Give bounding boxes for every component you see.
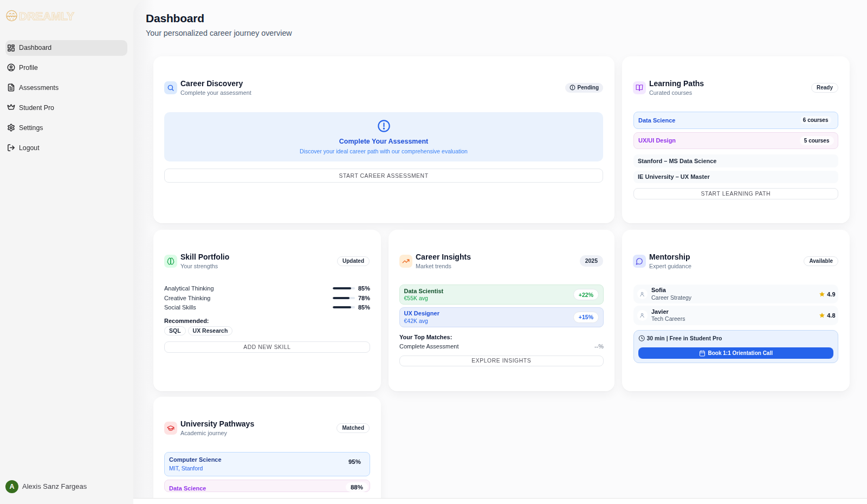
svg-text:DREAMLY: DREAMLY	[19, 10, 74, 22]
